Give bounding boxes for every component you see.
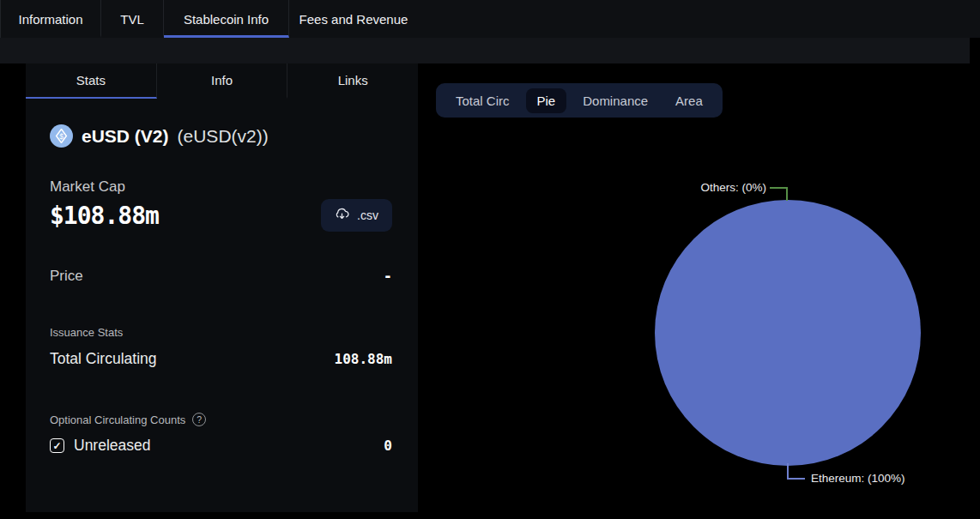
page-background-strip	[0, 38, 970, 63]
question-mark-icon[interactable]: ?	[192, 413, 206, 426]
chart-tab-label: Area	[675, 94, 703, 108]
price-value: -	[384, 268, 392, 285]
tab-info[interactable]: Info	[157, 63, 288, 99]
coin-symbol: (eUSD(v2))	[178, 126, 269, 147]
tab-label: Stats	[76, 73, 106, 88]
csv-button-label: .csv	[357, 208, 378, 222]
price-row: Price -	[50, 268, 392, 285]
svg-text:$: $	[59, 132, 64, 141]
coin-header: $ eUSD (V2) (eUSD(v2))	[50, 124, 392, 148]
stablecoin-dashboard: Information TVL Stablecoin Info Fees and…	[0, 0, 980, 519]
others-connector-line	[786, 187, 788, 201]
top-tab-label: Fees and Revenue	[299, 12, 408, 27]
top-tab-stablecoin-info[interactable]: Stablecoin Info	[164, 0, 289, 38]
unreleased-checkbox[interactable]: ✓	[50, 438, 64, 453]
chart-tab-label: Pie	[537, 94, 556, 108]
tab-label: Links	[338, 73, 368, 88]
ethereum-connector-line	[787, 478, 805, 480]
dollar-coin-icon: $	[50, 124, 73, 148]
top-nav: Information TVL Stablecoin Info Fees and…	[0, 0, 980, 38]
pie-slice-ethereum[interactable]	[655, 200, 921, 466]
chart-tab-dominance[interactable]: Dominance	[572, 88, 659, 113]
tab-stats[interactable]: Stats	[26, 63, 157, 99]
optional-circulating-header: Optional Circulating Counts ?	[50, 413, 392, 426]
chart-tab-pie[interactable]: Pie	[526, 88, 567, 113]
tab-label: Info	[211, 73, 233, 88]
issuance-stats-label: Issuance Stats	[50, 326, 392, 339]
unreleased-toggle[interactable]: ✓ Unreleased	[50, 437, 151, 455]
download-csv-button[interactable]: .csv	[321, 199, 392, 232]
market-cap-value: $108.88m	[50, 202, 159, 230]
market-cap-label: Market Cap	[50, 178, 392, 196]
panel-tab-bar: Stats Info Links	[26, 63, 418, 99]
total-circulating-label: Total Circulating	[50, 350, 157, 368]
coin-name: eUSD (V2)	[82, 126, 169, 147]
stablecoin-stats-panel: Stats Info Links $ eUSD (V2) (eUSD(v2)) …	[26, 63, 418, 512]
tab-links[interactable]: Links	[287, 63, 418, 99]
stats-content: $ eUSD (V2) (eUSD(v2)) Market Cap $108.8…	[26, 124, 418, 455]
chart-type-switcher: Total Circ Pie Dominance Area	[436, 83, 723, 118]
unreleased-label: Unreleased	[74, 437, 151, 455]
top-tab-fees-and-revenue[interactable]: Fees and Revenue	[289, 0, 418, 38]
top-tab-label: TVL	[120, 12, 144, 27]
top-tab-information[interactable]: Information	[1, 0, 101, 38]
market-cap-row: $108.88m .csv	[50, 199, 392, 232]
top-tab-label: Information	[18, 12, 82, 27]
pie-label-others: Others: (0%)	[700, 181, 766, 194]
total-circulating-row: Total Circulating 108.88m	[50, 350, 392, 368]
chart-tab-area[interactable]: Area	[664, 88, 714, 113]
unreleased-row: ✓ Unreleased 0	[50, 437, 392, 455]
unreleased-value: 0	[384, 438, 392, 454]
cloud-download-icon	[335, 208, 349, 223]
optional-circulating-label: Optional Circulating Counts	[50, 413, 185, 426]
others-connector-line	[770, 187, 788, 189]
chart-tab-label: Dominance	[583, 94, 648, 108]
top-tab-label: Stablecoin Info	[184, 12, 269, 27]
total-circulating-value: 108.88m	[335, 351, 392, 367]
chart-panel: Total Circ Pie Dominance Area Others: (0…	[418, 63, 980, 519]
pie-label-ethereum: Ethereum: (100%)	[811, 472, 905, 485]
chart-tab-total-circ[interactable]: Total Circ	[445, 88, 521, 113]
price-label: Price	[50, 268, 83, 285]
chart-tab-label: Total Circ	[456, 94, 510, 108]
top-tab-tvl[interactable]: TVL	[101, 0, 164, 38]
